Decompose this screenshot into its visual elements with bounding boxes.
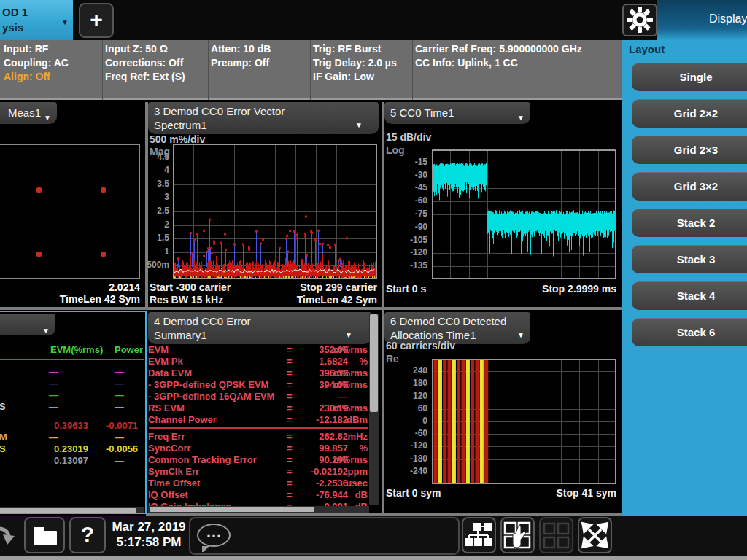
summary-row: EVM=352.06m%rms — [148, 344, 380, 355]
summary-row-label: Common Tracking Error — [148, 454, 257, 465]
summary-row-label: Data EVM — [148, 368, 192, 378]
panel3-stop: Stop 299 carrier — [300, 281, 377, 293]
summary-hscrollbar[interactable] — [148, 506, 369, 513]
summary-row-unit: dB — [355, 489, 368, 500]
grid-hand-icon — [502, 518, 533, 552]
chevron-down-icon: ▼ — [61, 15, 69, 30]
summary-row-equals: = — [287, 443, 293, 454]
panel1-title-chip[interactable]: Meas1 ▼ — [0, 102, 57, 124]
summary-row-equals: = — [287, 368, 293, 378]
summary-vscrollbar[interactable] — [369, 314, 379, 505]
settings-summary-bar[interactable]: Input: RFCoupling: ACAlign: OffInput Z: … — [0, 40, 622, 100]
block-diagram-button[interactable] — [462, 517, 496, 553]
layout-button-grid-2-2[interactable]: Grid 2×2 — [632, 99, 747, 128]
layout-button-grid-3-2[interactable]: Grid 3×2 — [632, 172, 747, 201]
summary-row: Data EVM=396.33m%rms — [148, 368, 380, 378]
panel5-title-chip[interactable]: 5 CC0 Time1 ▼ — [384, 102, 530, 124]
settings-line: Trig Delay: 2.0 µs — [313, 56, 397, 70]
settings-column[interactable]: Carrier Ref Freq: 5.900000000 GHzCC Info… — [415, 42, 582, 70]
panel6-stop: Stop 41 sym — [557, 487, 616, 499]
summary-row-equals: = — [287, 344, 293, 355]
redo-arrow-icon[interactable] — [0, 520, 15, 553]
summary-row-unit: m%rms — [333, 344, 368, 355]
panel6-start: Start 0 sym — [386, 487, 441, 499]
settings-column[interactable]: Trig: RF BurstTrig Delay: 2.0 µsIF Gain:… — [313, 42, 397, 84]
settings-column[interactable]: Input: RFCoupling: ACAlign: Off — [4, 42, 69, 84]
chevron-down-icon: ▼ — [345, 328, 352, 342]
summary-row-equals: = — [287, 379, 293, 390]
y-tick-label: 0 — [390, 416, 427, 426]
frame-row: —— — [0, 389, 143, 400]
summary-hscrollbar-thumb[interactable] — [150, 507, 314, 512]
fullscreen-button[interactable] — [578, 517, 612, 553]
summary-row-unit: ppm — [348, 466, 368, 477]
layout-button-stack-6[interactable]: Stack 6 — [632, 318, 747, 346]
detected-allocations-plot[interactable] — [432, 359, 616, 484]
select-window-button[interactable] — [500, 517, 535, 553]
summary-row-value: -76.944 — [316, 489, 348, 500]
constellation-point — [36, 252, 42, 257]
settings-line: Freq Ref: Ext (S) — [105, 70, 185, 84]
summary-row-label: - 3GPP-defined 16QAM EVM — [148, 391, 274, 402]
summary-row-value: 1.6824 — [319, 356, 348, 367]
y-tick-label: -90 — [390, 222, 427, 232]
panel3-timelen: TimeLen 42 Sym — [297, 294, 377, 306]
error-vector-spectrum-plot[interactable] — [173, 144, 377, 279]
y-tick-label: 1.5 — [131, 233, 169, 243]
settings-line: Preamp: Off — [211, 56, 271, 70]
summary-row-equals: = — [287, 489, 293, 500]
help-button[interactable]: ? — [69, 517, 106, 553]
frame-hscrollbar[interactable] — [0, 508, 144, 514]
frame-hscrollbar-thumb[interactable] — [0, 508, 136, 513]
summary-vscrollbar-thumb[interactable] — [370, 314, 378, 412]
constellation-plot[interactable] — [0, 144, 140, 279]
layout-button-grid-2-3[interactable]: Grid 2×3 — [632, 136, 747, 164]
separator-vertical-left — [145, 102, 148, 307]
layout-button-single[interactable]: Single — [632, 63, 747, 91]
summary-row: RS EVM=230.19m%rms — [148, 402, 380, 413]
frame-row-evm: — — [49, 389, 58, 400]
cc0-time-plot[interactable] — [432, 149, 616, 279]
chevron-down-icon: ▼ — [517, 328, 525, 342]
panel5-title: 5 CC0 Time1 — [390, 106, 454, 119]
y-tick-label: -180 — [390, 454, 427, 464]
add-tab-button[interactable]: + — [79, 3, 114, 38]
frame-row-power: — — [115, 389, 124, 400]
panel2-title-chip[interactable]: ame ▼ — [0, 314, 55, 335]
display-menu-header[interactable]: Display — [657, 0, 747, 40]
frame-summary-panel[interactable]: ame ▼ EVM(%rms) Power ——————S——0.39633-0… — [0, 311, 147, 514]
summary-row-equals: = — [287, 431, 293, 442]
summary-row-unit: % — [359, 356, 368, 367]
panel3-title-chip[interactable]: 3 Demod CC0 Error Vector Spectrum1 ▼ — [148, 102, 379, 134]
frame-row-evm: 0.13097 — [40, 455, 88, 466]
summary-row-unit: dBm — [347, 414, 368, 425]
summary-row-label: SyncCorr — [148, 443, 191, 454]
summary-row-unit: usec — [346, 478, 368, 489]
panel5-start: Start 0 s — [386, 283, 426, 295]
y-tick-label: -75 — [390, 209, 427, 219]
layout-button-stack-3[interactable]: Stack 3 — [632, 245, 747, 273]
frame-row: —— — [0, 378, 143, 389]
message-bubble-tail — [202, 546, 209, 552]
gear-button[interactable] — [622, 4, 657, 36]
frame-row: 0.39633-0.0071 — [0, 420, 143, 431]
message-area[interactable]: … — [189, 517, 460, 555]
expand-arrows-icon — [579, 518, 611, 552]
frame-row-evm: — — [49, 378, 58, 389]
settings-column[interactable]: Input Z: 50 ΩCorrections: OffFreq Ref: E… — [105, 42, 185, 84]
mode-tab[interactable]: OD 1 ysis ▼ — [0, 0, 73, 40]
layout-button-stack-2[interactable]: Stack 2 — [632, 209, 747, 237]
settings-line: Trig: RF Burst — [313, 42, 397, 56]
panel4-title-chip[interactable]: 4 Demod CC0 Error Summary1 ▼ — [148, 312, 371, 344]
y-tick-label: 2 — [131, 219, 169, 230]
summary-row: SymClk Err=-0.02192ppm — [148, 466, 380, 477]
y-tick-label: 500m — [131, 260, 169, 270]
summary-row-value: -12.182 — [316, 414, 348, 425]
settings-column[interactable]: Atten: 10 dBPreamp: Off — [211, 42, 271, 70]
settings-separator — [208, 40, 209, 100]
chevron-down-icon: ▼ — [42, 322, 50, 340]
layout-button-stack-4[interactable]: Stack 4 — [632, 281, 747, 310]
y-tick-label: -30 — [390, 170, 427, 180]
recall-save-button[interactable] — [24, 517, 65, 553]
message-bubble-icon[interactable]: … — [197, 524, 231, 547]
